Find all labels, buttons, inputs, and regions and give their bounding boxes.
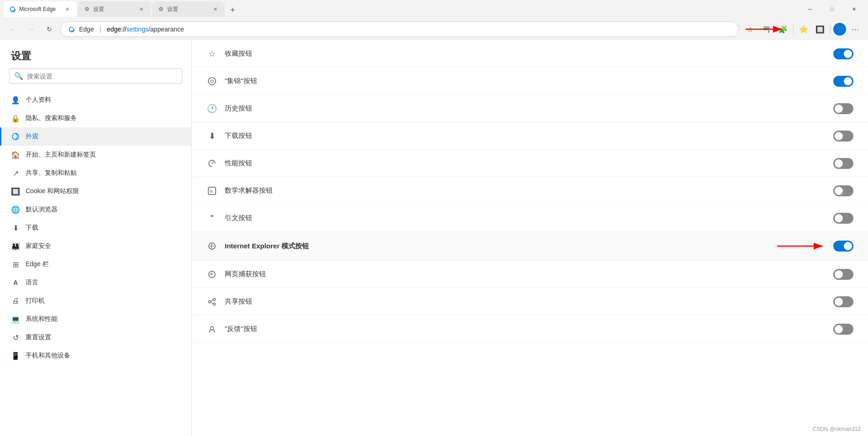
tab-close-settings-2[interactable]: ✕ — [211, 5, 219, 13]
system-nav-icon: 💻 — [11, 315, 20, 324]
reset-nav-icon: ↺ — [11, 333, 20, 342]
browser-essentials-icon[interactable]: ⭐ — [796, 22, 811, 37]
settings-item-history: 🕐 历史按钮 — [192, 95, 868, 122]
sidebar-item-label-mobile: 手机和其他设备 — [26, 352, 70, 360]
maximize-button[interactable]: □ — [821, 2, 842, 16]
math-toggle[interactable] — [833, 185, 853, 196]
edge-logo-icon — [68, 26, 75, 33]
history-toggle[interactable] — [833, 103, 853, 114]
favorites-icon: ☆ — [206, 48, 217, 59]
sidebar-item-label-start: 开始、主页和新建标签页 — [26, 151, 96, 159]
search-input[interactable] — [27, 73, 177, 80]
math-icon: fx — [206, 185, 217, 196]
back-button[interactable]: ← — [5, 22, 20, 37]
sidebar-item-system[interactable]: 💻 系统和性能 — [0, 310, 191, 328]
svg-point-4 — [211, 80, 213, 83]
sidebar-item-label-privacy: 隐私、搜索和服务 — [26, 114, 77, 122]
sidebar-item-reset[interactable]: ↺ 重置设置 — [0, 328, 191, 347]
downloads-toggle[interactable] — [833, 131, 853, 142]
url-path: /appearance — [148, 26, 184, 33]
share-toggle[interactable] — [833, 296, 853, 307]
math-toggle-thumb — [835, 187, 843, 195]
history-label: 历史按钮 — [225, 104, 833, 113]
address-separator: | — [100, 25, 101, 33]
tab-settings-2[interactable]: ⚙ 设置 ✕ — [152, 1, 225, 17]
share-toggle-thumb — [835, 298, 843, 306]
collections-toggle[interactable] — [833, 76, 853, 87]
performance-toggle-thumb — [835, 159, 843, 168]
collections-label: "集锦"按钮 — [225, 77, 833, 85]
refresh-button[interactable]: ↻ — [42, 22, 57, 37]
sidebar-item-label-language: 语言 — [26, 278, 38, 287]
sidebar-item-start[interactable]: 🏠 开始、主页和新建标签页 — [0, 146, 191, 164]
main-area: 设置 🔍 👤 个人资料 🔒 隐私、搜索和服务 — [0, 40, 868, 436]
browser-window: Microsoft Edge ✕ ⚙ 设置 ✕ ⚙ 设置 ✕ + ─ □ ✕ — [0, 0, 868, 436]
cookies-nav-icon: 🔲 — [11, 187, 20, 196]
address-bar-row: ← → ↻ Edge | edge://settings/appearance — [0, 18, 868, 40]
capture-toggle[interactable] — [833, 269, 853, 280]
tab-settings-1[interactable]: ⚙ 设置 ✕ — [78, 1, 151, 17]
close-button[interactable]: ✕ — [843, 2, 864, 16]
settings-item-math: fx 数学求解器按钮 — [192, 177, 868, 205]
sidebar-item-cookies[interactable]: 🔲 Cookie 和网站权限 — [0, 182, 191, 200]
sidebar-item-default-browser[interactable]: 🌐 默认浏览器 — [0, 200, 191, 219]
address-bar[interactable]: Edge | edge://settings/appearance — [60, 21, 739, 37]
address-edge-label: Edge — [79, 26, 94, 33]
sidebar: 设置 🔍 👤 个人资料 🔒 隐私、搜索和服务 — [0, 40, 192, 436]
sidebar-item-edgebar[interactable]: ⊞ Edge 栏 — [0, 255, 191, 273]
feedback-toggle-thumb — [835, 325, 843, 333]
settings-more-icon[interactable]: ⋯ — [848, 22, 863, 37]
share-content-label: 共享按钮 — [225, 297, 833, 306]
history-icon: 🕐 — [206, 103, 217, 114]
capture-label: 网页捕获按钮 — [225, 270, 833, 278]
sidebar-item-privacy[interactable]: 🔒 隐私、搜索和服务 — [0, 109, 191, 127]
sidebar-item-downloads[interactable]: ⬇ 下载 — [0, 219, 191, 237]
ie-mode-toggle[interactable] — [833, 241, 853, 252]
sidebar-item-language[interactable]: A 语言 — [0, 273, 191, 292]
feedback-toggle[interactable] — [833, 324, 853, 335]
minimize-button[interactable]: ─ — [799, 2, 820, 16]
settings-item-collections: "集锦"按钮 — [192, 68, 868, 95]
sidebar-item-profile[interactable]: 👤 个人资料 — [0, 91, 191, 109]
appearance-nav-icon — [11, 132, 20, 141]
favorites-toggle[interactable] — [833, 48, 853, 59]
settings-tab-icon-1: ⚙ — [83, 5, 90, 13]
citation-toggle[interactable] — [833, 213, 853, 224]
svg-point-12 — [213, 298, 216, 300]
sidebar-item-label-reset: 重置设置 — [26, 333, 51, 341]
sidebar-item-printer[interactable]: 🖨 打印机 — [0, 292, 191, 310]
tab-close-settings-1[interactable]: ✕ — [137, 5, 145, 13]
svg-point-11 — [212, 273, 213, 275]
add-to-toolbar-icon[interactable]: 🔲 — [813, 22, 827, 37]
feedback-label: "反馈"按钮 — [225, 325, 833, 333]
tab-title-edge: Microsoft Edge — [19, 6, 56, 12]
sidebar-item-share[interactable]: ↗ 共享、复制和粘贴 — [0, 164, 191, 182]
language-nav-icon: A — [11, 278, 20, 287]
performance-toggle[interactable] — [833, 158, 853, 169]
profile-avatar[interactable]: 👤 — [833, 23, 846, 36]
citation-label: 引文按钮 — [225, 214, 833, 222]
ie-mode-icon — [206, 241, 217, 252]
sidebar-item-appearance[interactable]: 外观 — [0, 127, 191, 146]
edgebar-nav-icon: ⊞ — [11, 260, 20, 269]
sidebar-item-label-cookies: Cookie 和网站权限 — [26, 187, 79, 195]
forward-button[interactable]: → — [24, 22, 38, 37]
toolbar-divider-2 — [830, 25, 831, 34]
new-tab-button[interactable]: + — [226, 3, 239, 17]
share-nav-icon: ↗ — [11, 168, 20, 178]
sidebar-item-label-printer: 打印机 — [26, 297, 45, 305]
start-nav-icon: 🏠 — [11, 150, 20, 159]
tab-close-edge[interactable]: ✕ — [63, 5, 71, 13]
tab-microsoft-edge[interactable]: Microsoft Edge ✕ — [4, 1, 77, 17]
capture-toggle-thumb — [835, 270, 843, 278]
settings-item-capture: 网页捕获按钮 — [192, 261, 868, 288]
sidebar-item-mobile[interactable]: 📱 手机和其他设备 — [0, 347, 191, 365]
search-box[interactable]: 🔍 — [9, 68, 182, 84]
tab-title-settings-1: 设置 — [93, 5, 104, 13]
sidebar-item-family[interactable]: 👨‍👩‍👧 家庭安全 — [0, 237, 191, 255]
settings-item-citation: " 引文按钮 — [192, 205, 868, 232]
performance-icon — [206, 158, 217, 169]
url-prefix: edge:// — [107, 26, 127, 33]
browser-nav-icon: 🌐 — [11, 205, 20, 214]
share-content-icon — [206, 296, 217, 307]
